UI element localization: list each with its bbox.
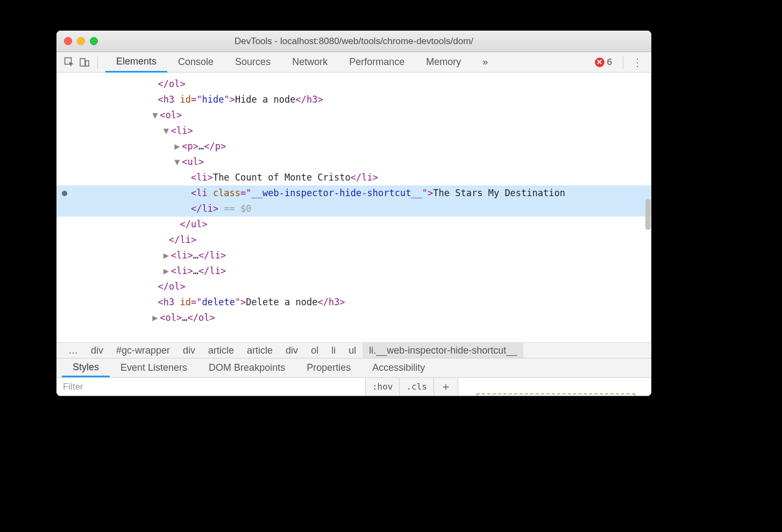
expand-toggle-icon[interactable]: ▼ — [152, 107, 160, 123]
expand-toggle-icon[interactable]: ▶ — [152, 310, 160, 326]
breadcrumb-item[interactable]: article — [202, 343, 240, 358]
device-toolbar-icon[interactable] — [77, 55, 92, 70]
breadcrumb-item[interactable]: li — [325, 343, 342, 358]
inspect-element-icon[interactable] — [62, 55, 77, 70]
tab-elements[interactable]: Elements — [105, 52, 167, 73]
hover-state-button[interactable]: :hov — [365, 378, 400, 396]
tab-properties[interactable]: Properties — [296, 358, 361, 377]
toolbar-separator — [623, 56, 623, 69]
dom-tree-row[interactable]: <li>The Count of Monte Cristo</li> — [56, 170, 651, 185]
dom-tree-row[interactable]: ▶<ol>…</ol> — [56, 310, 651, 326]
expand-toggle-icon[interactable]: ▶ — [174, 139, 182, 154]
tabs-overflow[interactable]: » — [472, 52, 499, 73]
tab-event-listeners[interactable]: Event Listeners — [110, 358, 198, 377]
svg-rect-2 — [86, 61, 89, 66]
main-toolbar: Elements Console Sources Network Perform… — [56, 52, 651, 73]
breadcrumb-item[interactable]: div — [84, 343, 110, 358]
elements-dom-tree[interactable]: ▶<li>…</li> </ol> <h3 id="hide">Hide a n… — [56, 73, 651, 342]
expand-toggle-icon[interactable]: ▶ — [163, 73, 171, 76]
dom-tree-row[interactable]: <h3 id="delete">Delete a node</h3> — [56, 294, 651, 310]
dom-tree-row[interactable]: </li> == $0 — [56, 201, 651, 217]
dom-tree-row[interactable]: </li> — [56, 232, 651, 248]
tab-performance[interactable]: Performance — [338, 52, 415, 73]
tab-network[interactable]: Network — [281, 52, 338, 73]
dom-tree-row[interactable]: ▼<li> — [56, 123, 651, 139]
breadcrumb-item[interactable]: ul — [342, 343, 362, 358]
expand-toggle-icon[interactable]: ▼ — [174, 154, 182, 170]
expand-toggle-icon[interactable]: ▶ — [163, 248, 171, 263]
error-count-badge[interactable]: ✕ 6 — [595, 57, 612, 68]
tab-accessibility[interactable]: Accessibility — [361, 358, 436, 377]
styles-filter-input[interactable] — [56, 378, 365, 396]
dom-tree-row[interactable]: </ul> — [56, 217, 651, 232]
computed-preview-area — [458, 378, 651, 396]
breadcrumb-item-selected[interactable]: li.__web-inspector-hide-shortcut__ — [362, 343, 523, 358]
scrollbar-thumb[interactable] — [645, 199, 651, 230]
dom-tree-row[interactable]: ▼<ul> — [56, 154, 651, 170]
styles-panel-tabs: Styles Event Listeners DOM Breakpoints P… — [56, 358, 651, 378]
new-style-rule-button[interactable]: ＋ — [433, 378, 458, 396]
dom-tree-row[interactable]: </ol> — [56, 279, 651, 294]
tab-console[interactable]: Console — [167, 52, 224, 73]
error-count: 6 — [607, 57, 612, 68]
dom-tree-row[interactable]: ▶<li>…</li> — [56, 73, 651, 76]
breadcrumb-item[interactable]: article — [240, 343, 279, 358]
tab-memory[interactable]: Memory — [415, 52, 472, 73]
dom-tree-row[interactable]: ▶<li>…</li> — [56, 263, 651, 279]
cls-button[interactable]: .cls — [399, 378, 433, 396]
toolbar-separator — [97, 56, 98, 69]
dom-tree-row[interactable]: ▶<p>…</p> — [56, 139, 651, 154]
error-icon: ✕ — [595, 57, 605, 67]
svg-rect-1 — [80, 59, 85, 66]
dom-tree-row[interactable]: ▶<li>…</li> — [56, 248, 651, 263]
panel-tabs: Elements Console Sources Network Perform… — [105, 52, 499, 73]
tab-dom-breakpoints[interactable]: DOM Breakpoints — [198, 358, 296, 377]
window-title: DevTools - localhost:8080/web/tools/chro… — [56, 36, 651, 47]
dom-tree-row[interactable]: <h3 id="hide">Hide a node</h3> — [56, 92, 651, 107]
breadcrumb-item[interactable]: div — [176, 343, 202, 358]
expand-toggle-icon[interactable]: ▼ — [163, 123, 171, 139]
breadcrumb-ellipsis[interactable]: … — [62, 343, 84, 358]
breadcrumb-item[interactable]: div — [279, 343, 304, 358]
dom-tree-row[interactable]: </ol> — [56, 76, 651, 92]
titlebar: DevTools - localhost:8080/web/tools/chro… — [56, 31, 651, 52]
box-model-margin-outline — [477, 393, 635, 396]
devtools-window: DevTools - localhost:8080/web/tools/chro… — [56, 31, 651, 396]
dom-tree-row[interactable]: <li class="__web-inspector-hide-shortcut… — [56, 185, 651, 201]
tab-sources[interactable]: Sources — [224, 52, 281, 73]
hidden-node-indicator-icon — [62, 191, 67, 196]
breadcrumb-item[interactable]: ol — [304, 343, 325, 358]
tab-styles[interactable]: Styles — [62, 358, 110, 377]
expand-toggle-icon[interactable]: ▶ — [163, 263, 171, 279]
more-options-icon[interactable]: ⋮ — [629, 56, 646, 69]
styles-toolbar: :hov .cls ＋ — [56, 378, 651, 396]
dom-tree-row[interactable]: ▼<ol> — [56, 107, 651, 123]
breadcrumb-item[interactable]: #gc-wrapper — [110, 343, 176, 358]
breadcrumb-bar: … div #gc-wrapper div article article di… — [56, 342, 651, 358]
